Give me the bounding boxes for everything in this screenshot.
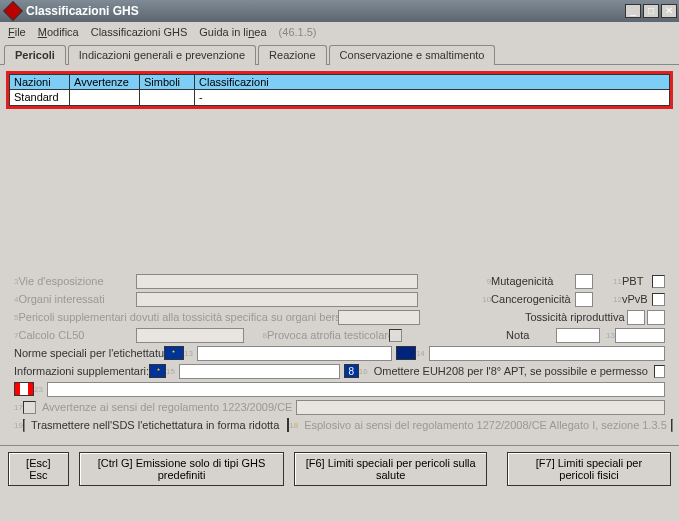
field-ca[interactable] [47,382,665,397]
lbl-avvert-1223: Avvertenze ai sensi del regolamento 1223… [42,401,293,413]
field-nota[interactable] [556,328,600,343]
lbl-muta: Mutagenicità [491,275,575,287]
tab-indicazioni[interactable]: Indicazioni generali e prevenzione [68,45,256,65]
th-avvertenze[interactable]: Avvertenze [69,74,139,90]
flag-au-icon [396,346,416,360]
menu-classificazioni[interactable]: Classificazioni GHS [91,26,188,38]
lbl-nota: Nota [506,329,556,341]
lbl-norme: Norme speciali per l'etichettatura: [14,347,164,359]
field-pericoli-supp[interactable] [338,310,420,325]
chk-avvert-1223[interactable] [23,401,36,414]
cell-simboli [139,90,194,106]
content-area: Nazioni Avvertenze Simboli Classificazio… [0,65,679,445]
f7-button[interactable]: [F7] Limiti speciali per pericoli fisici [507,452,671,486]
close-button[interactable]: ✕ [661,4,677,18]
lbl-omettere: Omettere EUH208 per l'8° APT, se possibi… [374,365,648,377]
chk-omettere[interactable] [654,365,665,378]
lbl-toss-rip: Tossicità riproduttiva [525,311,627,323]
field-norme-au[interactable] [429,346,665,361]
chk-esplosivo[interactable] [671,419,673,432]
title-bar: Classificazioni GHS _ □ ✕ [0,0,679,22]
menu-bar: File Modifica Classificazioni GHS Guida … [0,22,679,42]
table-empty-area [6,109,673,269]
version-label: (46.1.5) [279,26,317,38]
lbl-esplosivo: Esplosivo ai sensi del regolamento 1272/… [304,419,667,431]
cell-nazioni: Standard [9,90,69,106]
app-icon [3,1,23,21]
chk-trasmettere[interactable] [23,419,25,432]
tab-conservazione[interactable]: Conservazione e smaltimento [329,45,496,65]
tab-pericoli[interactable]: Pericoli [4,45,66,65]
badge-8: 8 [344,364,359,378]
field-toss-rip-1[interactable] [627,310,645,325]
flag-ca-icon [14,382,34,396]
flag-eu-icon-2 [149,364,166,378]
lbl-organi: Organi interessati [18,293,136,305]
field-avvert-1223[interactable] [296,400,665,415]
field-toss-rip-2[interactable] [647,310,665,325]
th-nazioni[interactable]: Nazioni [9,74,69,90]
tab-reazione[interactable]: Reazione [258,45,326,65]
flag-eu-icon [164,346,184,360]
field-vie[interactable] [136,274,418,289]
esc-button[interactable]: [Esc] Esc [8,452,69,486]
field-organi[interactable] [136,292,418,307]
menu-guida[interactable]: Guida in linea [199,26,266,38]
lbl-calcolo: Calcolo CL50 [18,329,136,341]
window-title: Classificazioni GHS [26,4,625,18]
classification-table: Nazioni Avvertenze Simboli Classificazio… [6,71,673,109]
chk-atrofia[interactable] [389,329,402,342]
lbl-vie: Vie d'esposizione [18,275,136,287]
minimize-button[interactable]: _ [625,4,641,18]
chk-vpvb[interactable] [652,293,665,306]
field-cancer[interactable] [575,292,593,307]
table-row[interactable]: Standard - [9,90,670,106]
chk-pbt[interactable] [652,275,665,288]
field-muta[interactable] [575,274,593,289]
menu-modifica[interactable]: Modifica [38,26,79,38]
lbl-pbt: PBT [622,275,652,287]
cell-classificazioni: - [194,90,670,106]
tab-bar: Pericoli Indicazioni generali e prevenzi… [0,42,679,65]
f6-button[interactable]: [F6] Limiti speciali per pericoli sulla … [294,452,486,486]
ctrlg-button[interactable]: [Ctrl G] Emissione solo di tipi GHS pred… [79,452,285,486]
th-classificazioni[interactable]: Classificazioni [194,74,670,90]
field-norme-eu[interactable] [197,346,392,361]
bottom-bar: [Esc] Esc [Ctrl G] Emissione solo di tip… [0,445,679,492]
lbl-trasmettere: Trasmettere nell'SDS l'etichettatura in … [31,419,279,431]
field-info-eu[interactable] [179,364,340,379]
lbl-vpvb: vPvB [622,293,652,305]
field-nota-2[interactable] [615,328,665,343]
maximize-button[interactable]: □ [643,4,659,18]
field-calcolo[interactable] [136,328,244,343]
lbl-info-supp: Informazioni supplementari: [14,365,149,377]
form-area: 3 Vie d'esposizione 9 Mutagenicità 11 PB… [6,269,673,439]
lbl-atrofia: Provoca atrofia testicolare [267,329,389,341]
menu-file[interactable]: File [8,26,26,38]
th-simboli[interactable]: Simboli [139,74,194,90]
lbl-cancer: Cancerogenicità [491,293,575,305]
lbl-pericoli-supp: Pericoli supplementari dovuti alla tossi… [18,311,338,323]
cell-avvertenze [69,90,139,106]
flag-eu-icon-3 [287,418,289,432]
